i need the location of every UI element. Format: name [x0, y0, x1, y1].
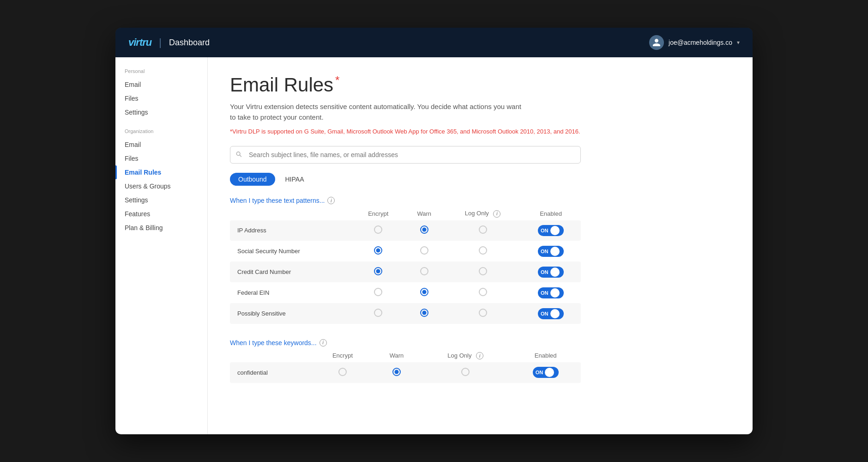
table-row: Possibly SensitiveON	[230, 303, 581, 324]
keywords-title[interactable]: When I type these keywords...	[230, 339, 317, 346]
toggle-knob	[550, 247, 560, 256]
toggle-label: ON	[541, 311, 549, 316]
tab-hipaa[interactable]: HIPAA	[277, 173, 313, 186]
sidebar-personal-label: Personal	[115, 68, 207, 78]
table-row: confidentialON	[230, 362, 581, 383]
sidebar-item-personal-settings[interactable]: Settings	[115, 105, 207, 119]
row-enabled-cell: ON	[521, 303, 581, 324]
chevron-down-icon: ▾	[737, 39, 740, 46]
radio-button[interactable]	[374, 225, 382, 234]
sidebar-item-plan-billing[interactable]: Plan & Billing	[115, 221, 207, 235]
text-patterns-title[interactable]: When I type these text patterns...	[230, 197, 325, 204]
toggle-knob	[545, 368, 554, 377]
radio-button[interactable]	[420, 246, 428, 255]
row-encrypt-cell	[353, 261, 404, 282]
radio-button[interactable]	[374, 309, 382, 317]
table-row: Federal EINON	[230, 282, 581, 303]
search-icon	[235, 151, 242, 159]
col-enabled-header: Enabled	[521, 207, 581, 220]
svg-point-0	[236, 152, 240, 156]
sidebar-item-features[interactable]: Features	[115, 207, 207, 221]
row-name: Possibly Sensitive	[230, 303, 353, 324]
radio-button[interactable]	[479, 309, 487, 317]
row-enabled-cell: ON	[521, 282, 581, 303]
kw-col-warn-header: Warn	[373, 349, 421, 363]
text-patterns-header: When I type these text patterns... i	[230, 197, 730, 204]
sidebar-org-label: Organization	[115, 128, 207, 138]
row-warn-cell	[373, 362, 421, 383]
row-name: Credit Card Number	[230, 261, 353, 282]
sidebar-item-org-settings[interactable]: Settings	[115, 193, 207, 207]
radio-button[interactable]	[461, 368, 470, 376]
table-row: IP AddressON	[230, 220, 581, 241]
enabled-toggle[interactable]: ON	[538, 287, 564, 298]
radio-button[interactable]	[374, 246, 382, 255]
radio-button[interactable]	[479, 246, 487, 255]
row-name: Social Security Number	[230, 241, 353, 261]
row-logonly-cell	[445, 261, 521, 282]
sidebar-item-personal-files[interactable]: Files	[115, 91, 207, 105]
keywords-info-icon[interactable]: i	[319, 339, 327, 346]
radio-button[interactable]	[479, 225, 487, 234]
col-encrypt-header: Encrypt	[353, 207, 404, 220]
table-row: Credit Card NumberON	[230, 261, 581, 282]
radio-button[interactable]	[479, 267, 487, 275]
tab-outbound[interactable]: Outbound	[230, 173, 275, 186]
table-row: Social Security NumberON	[230, 241, 581, 261]
search-bar	[230, 146, 581, 164]
enabled-toggle[interactable]: ON	[538, 246, 564, 257]
page-subtitle: Your Virtru extension detects sensitive …	[230, 102, 590, 122]
search-input[interactable]	[230, 146, 581, 164]
toggle-label: ON	[536, 370, 543, 375]
toggle-knob	[550, 226, 560, 235]
keywords-header: When I type these keywords... i	[230, 339, 730, 346]
kw-log-only-info-icon[interactable]: i	[476, 352, 483, 359]
sidebar-item-personal-email[interactable]: Email	[115, 78, 207, 91]
row-encrypt-cell	[353, 241, 404, 261]
enabled-toggle[interactable]: ON	[538, 225, 564, 236]
radio-button[interactable]	[420, 309, 428, 317]
row-encrypt-cell	[353, 282, 404, 303]
col-pattern-header	[230, 207, 353, 220]
sidebar-item-org-files[interactable]: Files	[115, 152, 207, 165]
radio-button[interactable]	[392, 368, 401, 376]
toggle-knob	[550, 267, 560, 277]
sidebar-item-users-groups[interactable]: Users & Groups	[115, 179, 207, 193]
text-patterns-table: Encrypt Warn Log Only i Enabled IP Addre…	[230, 207, 581, 324]
log-only-info-icon[interactable]: i	[493, 210, 500, 218]
radio-button[interactable]	[420, 267, 428, 275]
keywords-table: Encrypt Warn Log Only i Enabled confiden…	[230, 349, 581, 383]
row-warn-cell	[404, 220, 445, 241]
radio-button[interactable]	[420, 225, 428, 234]
radio-button[interactable]	[374, 288, 382, 296]
row-logonly-cell	[445, 241, 521, 261]
sidebar-item-org-email[interactable]: Email	[115, 138, 207, 152]
col-logonly-header: Log Only i	[445, 207, 521, 220]
title-asterisk: *	[335, 74, 339, 87]
user-menu[interactable]: joe@acmeholdings.co ▾	[649, 35, 740, 50]
enabled-toggle[interactable]: ON	[533, 367, 559, 378]
avatar	[649, 35, 664, 50]
dlp-notice: *Virtru DLP is supported on G Suite, Gma…	[230, 128, 730, 135]
row-logonly-cell	[445, 282, 521, 303]
radio-button[interactable]	[374, 267, 382, 275]
radio-button[interactable]	[338, 368, 347, 376]
row-enabled-cell: ON	[521, 241, 581, 261]
enabled-toggle[interactable]: ON	[538, 267, 564, 278]
enabled-toggle[interactable]: ON	[538, 308, 564, 319]
row-warn-cell	[404, 303, 445, 324]
toggle-label: ON	[541, 290, 549, 296]
logo-divider: |	[159, 36, 162, 49]
radio-button[interactable]	[479, 288, 487, 296]
sidebar-item-email-rules[interactable]: Email Rules	[115, 165, 207, 179]
main-layout: Personal Email Files Settings Organizati…	[115, 57, 753, 434]
row-warn-cell	[404, 241, 445, 261]
row-name: Federal EIN	[230, 282, 353, 303]
kw-col-encrypt-header: Encrypt	[313, 349, 373, 363]
text-patterns-info-icon[interactable]: i	[327, 197, 335, 204]
top-bar: virtru | Dashboard joe@acmeholdings.co ▾	[115, 28, 753, 57]
col-warn-header: Warn	[404, 207, 445, 220]
radio-button[interactable]	[420, 288, 428, 296]
row-encrypt-cell	[353, 303, 404, 324]
top-bar-left: virtru | Dashboard	[128, 36, 210, 49]
